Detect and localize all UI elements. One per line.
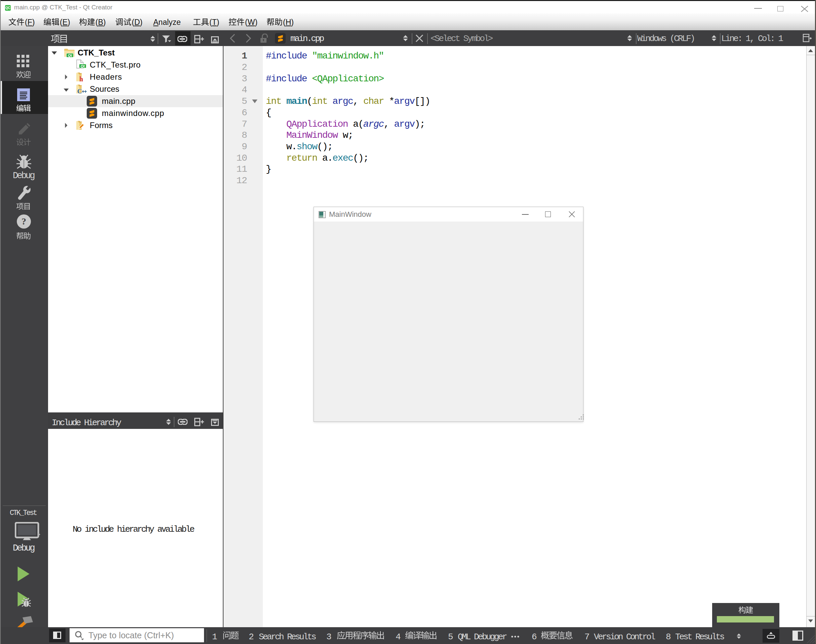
svg-text:?: ?: [21, 216, 26, 227]
